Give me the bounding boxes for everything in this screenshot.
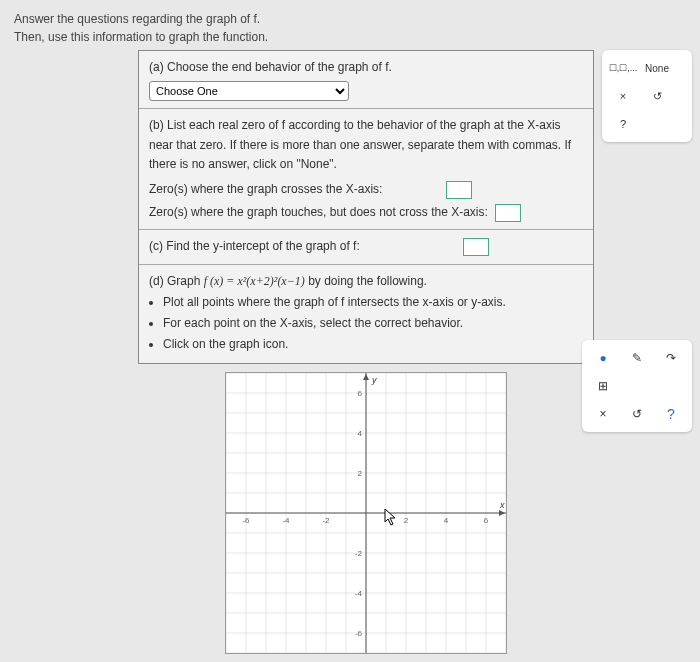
part-c-label: (c) Find the y-intercept of the graph of… (149, 239, 360, 253)
part-b-row1-label: Zero(s) where the graph crosses the X-ax… (149, 182, 382, 196)
svg-text:-2: -2 (322, 516, 330, 525)
svg-text:y: y (371, 375, 377, 385)
yintercept-input[interactable] (463, 238, 489, 256)
clear-button[interactable]: × (608, 84, 638, 108)
svg-text:4: 4 (358, 429, 363, 438)
point-tool-button[interactable]: ● (588, 346, 618, 370)
part-a-label: (a) Choose the end behavior of the graph… (149, 58, 583, 77)
svg-text:6: 6 (484, 516, 489, 525)
svg-marker-32 (499, 510, 505, 516)
graph-help-button[interactable]: ? (656, 402, 686, 426)
part-b-row2-label: Zero(s) where the graph touches, but doe… (149, 205, 488, 219)
instruction-line-1: Answer the questions regarding the graph… (14, 10, 686, 28)
part-b-label: (b) List each real zero of f according t… (149, 116, 583, 174)
draw-tool-button[interactable]: ✎ (622, 346, 652, 370)
svg-marker-33 (363, 374, 369, 380)
svg-text:2: 2 (358, 469, 363, 478)
question-panel: (a) Choose the end behavior of the graph… (138, 50, 594, 364)
instruction-line-2: Then, use this information to graph the … (14, 28, 686, 46)
graph-clear-button[interactable]: × (588, 402, 618, 426)
svg-text:4: 4 (444, 516, 449, 525)
svg-text:2: 2 (404, 516, 409, 525)
svg-text:-4: -4 (282, 516, 290, 525)
graph-toolbar: ● ✎ ↷ ⊞ × ↺ ? (582, 340, 692, 432)
part-d-formula: f (x) = x²(x+2)²(x−1) (204, 274, 305, 288)
curve-tool-button[interactable]: ↷ (656, 346, 686, 370)
crosses-input[interactable] (446, 181, 472, 199)
touches-input[interactable] (495, 204, 521, 222)
svg-text:-2: -2 (355, 549, 363, 558)
svg-text:-6: -6 (355, 629, 363, 638)
answer-toolbar: ☐,☐,... None × ↺ ? (602, 50, 692, 142)
part-d-suffix: by doing the following. (308, 274, 427, 288)
none-button[interactable]: None (642, 56, 672, 80)
tool-5-button[interactable] (622, 374, 652, 398)
graph-svg: -6-4-2246-6-4-2246xy (226, 373, 506, 653)
part-d-bullet-3: Click on the graph icon. (163, 335, 583, 354)
svg-text:x: x (499, 500, 505, 510)
svg-text:-4: -4 (355, 589, 363, 598)
svg-text:-6: -6 (242, 516, 250, 525)
part-d-bullet-1: Plot all points where the graph of f int… (163, 293, 583, 312)
part-d-prefix: (d) Graph (149, 274, 204, 288)
end-behavior-select[interactable]: Choose One (149, 81, 349, 101)
svg-text:6: 6 (358, 389, 363, 398)
part-d-bullet-2: For each point on the X-axis, select the… (163, 314, 583, 333)
graph-reset-button[interactable]: ↺ (622, 402, 652, 426)
help-button[interactable]: ? (608, 112, 638, 136)
cursor-icon (384, 508, 398, 529)
tool-6-button[interactable] (656, 374, 686, 398)
reset-button[interactable]: ↺ (642, 84, 672, 108)
graph-area[interactable]: -6-4-2246-6-4-2246xy (225, 372, 507, 654)
grid-tool-button[interactable]: ⊞ (588, 374, 618, 398)
list-format-button[interactable]: ☐,☐,... (608, 56, 638, 80)
